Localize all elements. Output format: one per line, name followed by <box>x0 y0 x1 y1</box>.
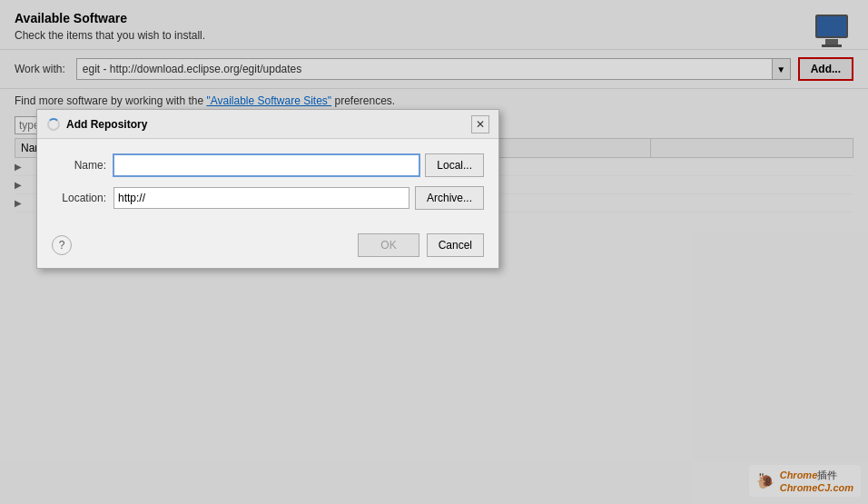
dialog-close-button[interactable]: ✕ <box>471 115 489 133</box>
location-field-row: Location: Archive... <box>52 186 484 210</box>
footer-buttons: OK Cancel <box>358 233 484 257</box>
cancel-button[interactable]: Cancel <box>427 233 484 257</box>
dialog-footer: ? OK Cancel <box>37 226 498 268</box>
dialog-titlebar: Add Repository ✕ <box>37 110 498 139</box>
dialog-content: Name: Local... Location: Archive... <box>37 139 498 226</box>
main-panel: Available Software Check the items that … <box>0 0 868 504</box>
location-label: Location: <box>52 192 113 204</box>
add-repository-dialog: Add Repository ✕ Name: Local... Location… <box>36 109 499 269</box>
help-icon[interactable]: ? <box>52 235 72 255</box>
name-input[interactable] <box>113 154 419 176</box>
location-input[interactable] <box>113 187 409 209</box>
dialog-title: Add Repository <box>66 118 471 131</box>
ok-button[interactable]: OK <box>358 233 419 257</box>
local-button[interactable]: Local... <box>425 153 484 177</box>
name-field-row: Name: Local... <box>52 153 484 177</box>
name-label: Name: <box>52 159 113 172</box>
dialog-spinner-icon <box>46 117 61 132</box>
archive-button[interactable]: Archive... <box>415 186 484 210</box>
